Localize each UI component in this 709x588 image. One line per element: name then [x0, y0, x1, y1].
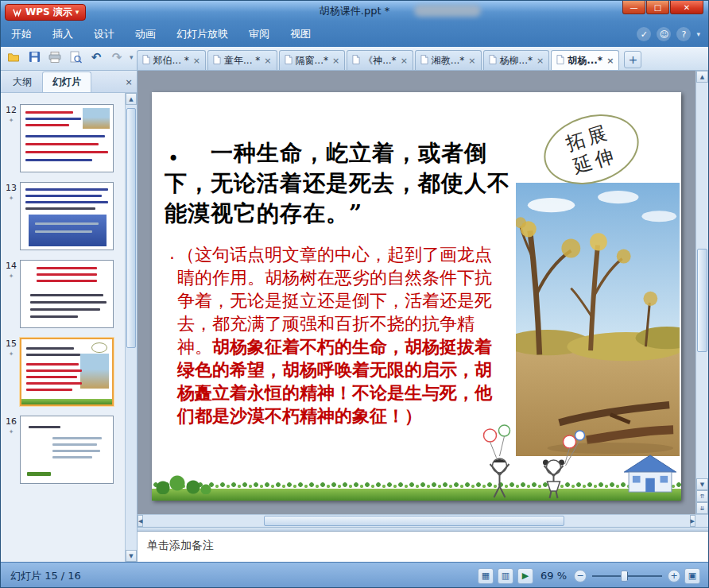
scroll-down-icon[interactable]: ▼: [126, 550, 137, 562]
thumbnails-scrollbar[interactable]: ▲ ▼: [125, 93, 137, 562]
scroll-right-icon[interactable]: ▶: [690, 515, 695, 527]
document-icon: [142, 55, 150, 67]
wps-app-menu-label: WPS 演示: [25, 6, 72, 19]
animation-indicator-icon: ✦: [9, 117, 14, 124]
tab-close-icon[interactable]: ×: [263, 56, 271, 66]
menu-item-home[interactable]: 开始: [1, 21, 42, 47]
zoom-out-button[interactable]: −: [574, 570, 587, 582]
close-button[interactable]: ✕: [670, 1, 703, 14]
doc-tab-label: 杨柳...*: [500, 54, 533, 68]
horizontal-scrollbar[interactable]: ◀ ▶: [138, 514, 695, 527]
scroll-down-icon[interactable]: ▼: [696, 478, 708, 490]
chevron-down-icon[interactable]: ▾: [130, 53, 134, 61]
statusbar: 幻灯片 15 / 16 ▦ ▥ ▶ 69 % − + ▣: [1, 562, 708, 588]
doc-tab-1[interactable]: 郑伯... * ×: [137, 50, 206, 70]
slide-body-text[interactable]: 一种生命，屹立着，或者倒下，无论活着还是死去，都使人不能漠视它的存在。”: [165, 138, 511, 229]
thumbnail-meta: 12 ✦: [2, 104, 20, 172]
panel-close-icon[interactable]: ×: [122, 75, 135, 88]
doc-tab-label: 郑伯... *: [153, 54, 189, 68]
thumbnail-slide-14[interactable]: [20, 260, 114, 328]
thumbnail-meta: 14 ✦: [2, 260, 20, 328]
thumbnail-number: 15: [6, 338, 17, 349]
scroll-left-icon[interactable]: ◀: [138, 515, 143, 527]
doc-tab-2[interactable]: 童年... * ×: [207, 50, 277, 70]
thumbnail-slide-16[interactable]: [20, 416, 114, 484]
cartoon-kids-clipart[interactable]: [474, 424, 589, 500]
scroll-thumb[interactable]: [264, 516, 564, 526]
tab-close-icon[interactable]: ×: [192, 56, 200, 66]
thumbnail-number: 12: [6, 105, 17, 115]
tab-outline[interactable]: 大纲: [2, 72, 42, 92]
poplar-trees-photo[interactable]: [516, 183, 680, 456]
grass-strip: [152, 489, 681, 501]
print-preview-button[interactable]: [68, 49, 83, 65]
thumbnail-row: 16 ✦: [2, 416, 124, 484]
check-icon[interactable]: ✓: [637, 27, 651, 41]
wps-app-menu-button[interactable]: WPS 演示 ▾: [5, 4, 86, 21]
menu-item-animation[interactable]: 动画: [125, 21, 166, 47]
document-icon: [489, 55, 497, 67]
menubar: 开始 插入 设计 动画 幻灯片放映 审阅 视图 ✓ ☺ ? ▾: [1, 21, 708, 47]
undo-button[interactable]: ↶: [88, 49, 104, 65]
minimize-button[interactable]: —: [622, 1, 645, 14]
next-slide-button[interactable]: ⇊: [696, 502, 708, 514]
previous-slide-button[interactable]: ⇈: [696, 490, 708, 502]
chevron-down-icon[interactable]: ▾: [696, 30, 700, 38]
feedback-smiley-icon[interactable]: ☺: [657, 27, 671, 41]
tab-close-icon[interactable]: ×: [331, 56, 339, 66]
normal-view-button[interactable]: ▦: [478, 568, 494, 584]
doc-tab-5[interactable]: 湘教...* ×: [415, 50, 482, 70]
zoom-level: 69 %: [540, 570, 567, 582]
print-button[interactable]: [47, 49, 63, 65]
tab-slides[interactable]: 幻灯片: [42, 72, 91, 92]
notes-pane[interactable]: 单击添加备注: [138, 531, 708, 562]
tab-close-icon[interactable]: ×: [400, 56, 408, 66]
menu-item-insert[interactable]: 插入: [42, 21, 83, 47]
scroll-thumb[interactable]: [697, 249, 707, 351]
scroll-up-icon[interactable]: ▲: [696, 71, 708, 83]
zoom-slider-handle[interactable]: [621, 571, 628, 582]
thumbnail-slide-13[interactable]: [20, 182, 114, 250]
menu-item-view[interactable]: 视图: [280, 21, 321, 47]
tab-close-icon[interactable]: ×: [467, 56, 475, 66]
scroll-up-icon[interactable]: ▲: [126, 93, 137, 105]
animation-indicator-icon: ✦: [9, 195, 14, 202]
slide-15[interactable]: • 一种生命，屹立着，或者倒下，无论活着还是死去，都使人不能漠视它的存在。” ·…: [152, 92, 681, 501]
thumbnail-slide-12[interactable]: [20, 104, 114, 172]
scroll-track[interactable]: [143, 515, 689, 527]
doc-tab-4[interactable]: 《神...* ×: [347, 50, 413, 70]
slide-annotation-text[interactable]: （这句话点明文章的中心，起到了画龙点睛的作用。胡杨树在恶劣的自然条件下抗争着，无…: [177, 243, 503, 427]
menu-item-review[interactable]: 审阅: [238, 21, 280, 47]
tab-close-icon[interactable]: ×: [536, 56, 544, 66]
fit-to-window-button[interactable]: ▣: [684, 568, 700, 584]
save-icon: [29, 51, 41, 63]
tab-close-icon[interactable]: ×: [606, 56, 614, 66]
thumbnail-row: 13 ✦: [2, 182, 124, 250]
slide-sorter-view-button[interactable]: ▥: [498, 568, 513, 584]
scroll-track[interactable]: [696, 83, 708, 478]
scroll-track[interactable]: [126, 105, 137, 550]
thumbnail-number: 14: [6, 261, 17, 271]
doc-tab-6[interactable]: 杨柳...* ×: [483, 50, 550, 70]
vertical-scrollbar[interactable]: ▲ ▼ ⇈ ⇊: [695, 71, 708, 514]
doc-tab-active-huyang[interactable]: 胡杨...* ×: [551, 50, 619, 70]
doc-tab-3[interactable]: 隔窗...* ×: [279, 50, 346, 70]
redo-button[interactable]: ↷: [109, 49, 125, 65]
slideshow-play-button[interactable]: ▶: [517, 568, 533, 584]
save-button[interactable]: [26, 49, 42, 65]
thumbnail-slide-15-selected[interactable]: [20, 338, 114, 406]
menu-item-design[interactable]: 设计: [83, 21, 125, 47]
topic-badge-oval[interactable]: 拓展 延伸: [535, 103, 647, 195]
help-icon[interactable]: ?: [676, 27, 691, 41]
menu-item-slideshow[interactable]: 幻灯片放映: [166, 21, 238, 47]
animation-indicator-icon: ✦: [9, 428, 14, 435]
open-file-button[interactable]: [6, 49, 21, 65]
main-area: • 一种生命，屹立着，或者倒下，无论活着还是死去，都使人不能漠视它的存在。” ·…: [138, 71, 708, 562]
scroll-thumb[interactable]: [126, 108, 136, 348]
zoom-slider[interactable]: [591, 568, 664, 584]
maximize-button[interactable]: □: [646, 1, 669, 14]
new-tab-button[interactable]: +: [624, 51, 641, 68]
house-clipart[interactable]: [621, 454, 680, 493]
zoom-in-button[interactable]: +: [668, 570, 680, 582]
print-preview-icon: [69, 51, 82, 64]
